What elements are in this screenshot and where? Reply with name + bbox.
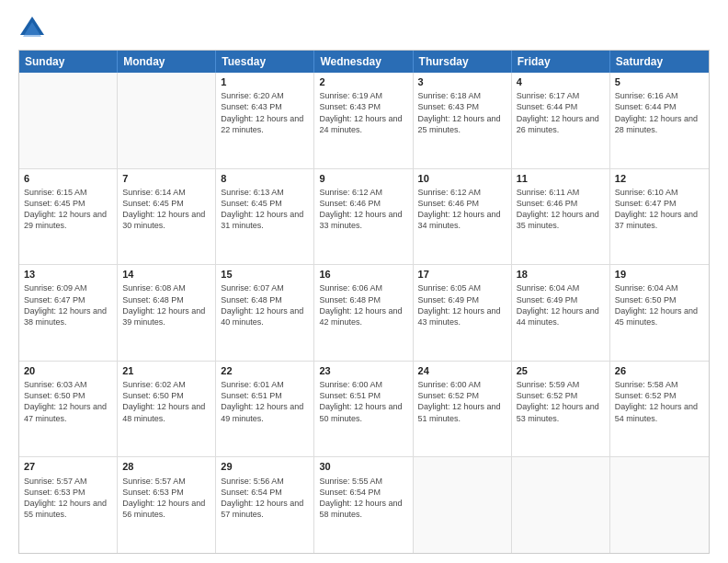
day-number: 18 bbox=[517, 268, 605, 281]
day-number: 5 bbox=[615, 75, 704, 88]
calendar-cell: 5Sunrise: 6:16 AM Sunset: 6:44 PM Daylig… bbox=[610, 73, 709, 168]
day-number: 12 bbox=[615, 172, 704, 185]
day-info: Sunrise: 6:04 AM Sunset: 6:50 PM Dayligh… bbox=[615, 282, 704, 327]
day-info: Sunrise: 5:59 AM Sunset: 6:52 PM Dayligh… bbox=[517, 379, 605, 424]
calendar-header-cell: Friday bbox=[512, 51, 610, 73]
day-number: 23 bbox=[319, 364, 407, 377]
day-info: Sunrise: 6:18 AM Sunset: 6:43 PM Dayligh… bbox=[418, 90, 506, 135]
calendar-cell: 15Sunrise: 6:07 AM Sunset: 6:48 PM Dayli… bbox=[216, 265, 314, 361]
day-info: Sunrise: 6:17 AM Sunset: 6:44 PM Dayligh… bbox=[517, 90, 605, 135]
day-info: Sunrise: 6:00 AM Sunset: 6:51 PM Dayligh… bbox=[319, 379, 407, 424]
calendar-header-cell: Tuesday bbox=[216, 51, 314, 73]
day-info: Sunrise: 5:57 AM Sunset: 6:53 PM Dayligh… bbox=[24, 476, 112, 521]
day-number: 29 bbox=[221, 460, 309, 473]
day-number: 4 bbox=[517, 75, 605, 88]
day-info: Sunrise: 6:11 AM Sunset: 6:46 PM Dayligh… bbox=[517, 187, 605, 232]
calendar-cell: 29Sunrise: 5:56 AM Sunset: 6:54 PM Dayli… bbox=[216, 457, 314, 553]
day-info: Sunrise: 6:15 AM Sunset: 6:45 PM Dayligh… bbox=[24, 187, 112, 232]
calendar-week: 27Sunrise: 5:57 AM Sunset: 6:53 PM Dayli… bbox=[19, 457, 709, 553]
calendar-cell: 21Sunrise: 6:02 AM Sunset: 6:50 PM Dayli… bbox=[118, 362, 216, 457]
day-number: 20 bbox=[24, 364, 112, 377]
logo bbox=[18, 15, 50, 42]
day-info: Sunrise: 6:03 AM Sunset: 6:50 PM Dayligh… bbox=[24, 379, 112, 424]
calendar-cell: 7Sunrise: 6:14 AM Sunset: 6:45 PM Daylig… bbox=[118, 169, 216, 265]
day-info: Sunrise: 6:14 AM Sunset: 6:45 PM Dayligh… bbox=[122, 187, 210, 232]
calendar-cell: 4Sunrise: 6:17 AM Sunset: 6:44 PM Daylig… bbox=[512, 73, 610, 168]
calendar-cell: 30Sunrise: 5:55 AM Sunset: 6:54 PM Dayli… bbox=[314, 457, 413, 553]
logo-icon bbox=[18, 15, 46, 42]
calendar-cell bbox=[118, 73, 216, 168]
day-number: 19 bbox=[615, 268, 704, 281]
day-number: 13 bbox=[24, 268, 112, 281]
day-number: 15 bbox=[221, 268, 309, 281]
calendar-cell: 19Sunrise: 6:04 AM Sunset: 6:50 PM Dayli… bbox=[610, 265, 709, 361]
day-number: 14 bbox=[122, 268, 210, 281]
calendar-week: 13Sunrise: 6:09 AM Sunset: 6:47 PM Dayli… bbox=[19, 265, 709, 362]
calendar-cell: 18Sunrise: 6:04 AM Sunset: 6:49 PM Dayli… bbox=[512, 265, 610, 361]
day-info: Sunrise: 5:57 AM Sunset: 6:53 PM Dayligh… bbox=[122, 476, 210, 521]
day-number: 26 bbox=[615, 364, 704, 377]
day-info: Sunrise: 6:02 AM Sunset: 6:50 PM Dayligh… bbox=[122, 379, 210, 424]
calendar-cell: 28Sunrise: 5:57 AM Sunset: 6:53 PM Dayli… bbox=[118, 457, 216, 553]
calendar-cell: 12Sunrise: 6:10 AM Sunset: 6:47 PM Dayli… bbox=[610, 169, 709, 265]
calendar-body: 1Sunrise: 6:20 AM Sunset: 6:43 PM Daylig… bbox=[19, 73, 709, 553]
calendar-cell: 8Sunrise: 6:13 AM Sunset: 6:45 PM Daylig… bbox=[216, 169, 314, 265]
calendar-cell: 24Sunrise: 6:00 AM Sunset: 6:52 PM Dayli… bbox=[414, 362, 512, 457]
day-info: Sunrise: 6:12 AM Sunset: 6:46 PM Dayligh… bbox=[418, 187, 506, 232]
day-number: 1 bbox=[221, 75, 309, 88]
day-info: Sunrise: 6:09 AM Sunset: 6:47 PM Dayligh… bbox=[24, 282, 112, 327]
calendar-header-cell: Sunday bbox=[19, 51, 118, 73]
day-info: Sunrise: 6:07 AM Sunset: 6:48 PM Dayligh… bbox=[221, 282, 309, 327]
calendar-cell: 22Sunrise: 6:01 AM Sunset: 6:51 PM Dayli… bbox=[216, 362, 314, 457]
day-number: 11 bbox=[517, 172, 605, 185]
day-number: 9 bbox=[319, 172, 407, 185]
calendar-cell: 26Sunrise: 5:58 AM Sunset: 6:52 PM Dayli… bbox=[610, 362, 709, 457]
calendar-cell: 14Sunrise: 6:08 AM Sunset: 6:48 PM Dayli… bbox=[118, 265, 216, 361]
day-number: 16 bbox=[319, 268, 407, 281]
calendar-header-cell: Saturday bbox=[610, 51, 709, 73]
day-info: Sunrise: 6:00 AM Sunset: 6:52 PM Dayligh… bbox=[418, 379, 506, 424]
calendar-cell: 27Sunrise: 5:57 AM Sunset: 6:53 PM Dayli… bbox=[19, 457, 118, 553]
day-number: 25 bbox=[517, 364, 605, 377]
calendar-cell: 1Sunrise: 6:20 AM Sunset: 6:43 PM Daylig… bbox=[216, 73, 314, 168]
day-number: 10 bbox=[418, 172, 506, 185]
day-info: Sunrise: 6:06 AM Sunset: 6:48 PM Dayligh… bbox=[319, 282, 407, 327]
calendar-cell: 25Sunrise: 5:59 AM Sunset: 6:52 PM Dayli… bbox=[512, 362, 610, 457]
day-info: Sunrise: 5:58 AM Sunset: 6:52 PM Dayligh… bbox=[615, 379, 704, 424]
day-number: 21 bbox=[122, 364, 210, 377]
day-number: 7 bbox=[122, 172, 210, 185]
calendar-header-cell: Monday bbox=[118, 51, 216, 73]
calendar-header-cell: Wednesday bbox=[314, 51, 413, 73]
calendar-week: 1Sunrise: 6:20 AM Sunset: 6:43 PM Daylig… bbox=[19, 73, 709, 169]
calendar-header-row: SundayMondayTuesdayWednesdayThursdayFrid… bbox=[19, 51, 709, 73]
day-info: Sunrise: 6:08 AM Sunset: 6:48 PM Dayligh… bbox=[122, 282, 210, 327]
calendar-cell bbox=[610, 457, 709, 553]
day-info: Sunrise: 5:55 AM Sunset: 6:54 PM Dayligh… bbox=[319, 476, 407, 521]
calendar-cell: 9Sunrise: 6:12 AM Sunset: 6:46 PM Daylig… bbox=[314, 169, 413, 265]
day-info: Sunrise: 6:13 AM Sunset: 6:45 PM Dayligh… bbox=[221, 187, 309, 232]
day-number: 24 bbox=[418, 364, 506, 377]
day-info: Sunrise: 6:20 AM Sunset: 6:43 PM Dayligh… bbox=[221, 90, 309, 135]
header bbox=[18, 15, 710, 42]
day-info: Sunrise: 6:10 AM Sunset: 6:47 PM Dayligh… bbox=[615, 187, 704, 232]
day-number: 3 bbox=[418, 75, 506, 88]
day-number: 17 bbox=[418, 268, 506, 281]
calendar-cell: 16Sunrise: 6:06 AM Sunset: 6:48 PM Dayli… bbox=[314, 265, 413, 361]
day-info: Sunrise: 5:56 AM Sunset: 6:54 PM Dayligh… bbox=[221, 476, 309, 521]
page: SundayMondayTuesdayWednesdayThursdayFrid… bbox=[0, 0, 728, 563]
calendar-cell: 20Sunrise: 6:03 AM Sunset: 6:50 PM Dayli… bbox=[19, 362, 118, 457]
day-number: 30 bbox=[319, 460, 407, 473]
calendar-cell bbox=[19, 73, 118, 168]
calendar-header-cell: Thursday bbox=[414, 51, 512, 73]
calendar-cell: 13Sunrise: 6:09 AM Sunset: 6:47 PM Dayli… bbox=[19, 265, 118, 361]
day-number: 6 bbox=[24, 172, 112, 185]
day-number: 8 bbox=[221, 172, 309, 185]
calendar-week: 6Sunrise: 6:15 AM Sunset: 6:45 PM Daylig… bbox=[19, 169, 709, 266]
calendar: SundayMondayTuesdayWednesdayThursdayFrid… bbox=[18, 50, 710, 554]
day-number: 28 bbox=[122, 460, 210, 473]
calendar-cell bbox=[512, 457, 610, 553]
day-info: Sunrise: 6:16 AM Sunset: 6:44 PM Dayligh… bbox=[615, 90, 704, 135]
day-info: Sunrise: 6:19 AM Sunset: 6:43 PM Dayligh… bbox=[319, 90, 407, 135]
calendar-cell: 17Sunrise: 6:05 AM Sunset: 6:49 PM Dayli… bbox=[414, 265, 512, 361]
calendar-week: 20Sunrise: 6:03 AM Sunset: 6:50 PM Dayli… bbox=[19, 362, 709, 458]
